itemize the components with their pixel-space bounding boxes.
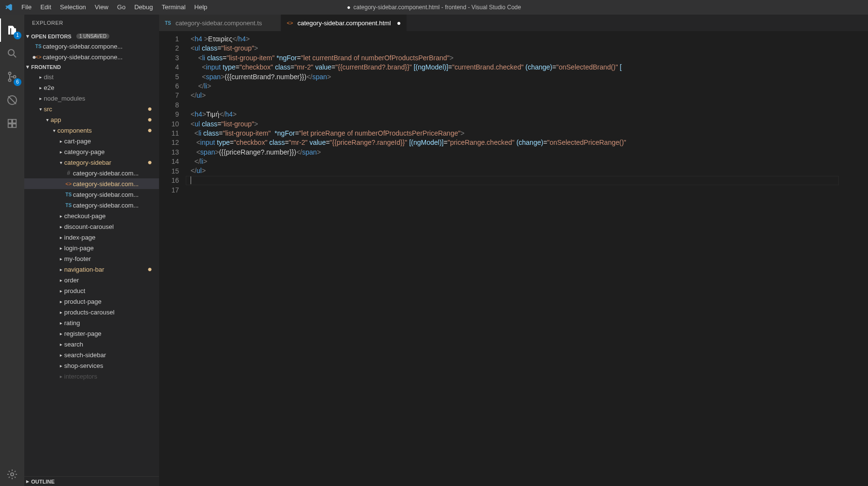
gear-icon <box>6 469 18 480</box>
code-line[interactable]: </ul> <box>191 166 839 175</box>
code-editor[interactable]: <h4 >Εταιρίες</h4><ul class="list-group"… <box>186 32 839 486</box>
svg-point-3 <box>14 76 16 78</box>
folder-item[interactable]: ▸order <box>24 275 159 285</box>
debug-icon <box>6 94 18 106</box>
folder-item[interactable]: ▸login-page <box>24 243 159 253</box>
chevron-right-icon: ▸ <box>57 331 64 336</box>
dirty-dot-icon: ● <box>397 19 401 27</box>
vscode-icon <box>4 3 13 12</box>
code-line[interactable] <box>191 185 839 194</box>
code-line[interactable]: </ul> <box>191 91 839 100</box>
chevron-right-icon: ▸ <box>57 352 64 358</box>
file-item[interactable]: #category-sidebar.com... <box>24 168 159 178</box>
code-line[interactable]: <input type="checkbox" class="mr-2" valu… <box>191 138 839 147</box>
code-line[interactable]: <span>({{currentBrand?.number}})</span> <box>191 72 839 82</box>
file-item[interactable]: <>category-sidebar.com... <box>24 178 159 189</box>
tree-label: app <box>51 116 61 123</box>
folder-item[interactable]: ▸register-page <box>24 328 159 339</box>
file-icon: <> <box>64 181 73 187</box>
code-line[interactable] <box>191 176 839 185</box>
svg-rect-7 <box>13 124 16 127</box>
modified-dot-icon: ● <box>147 265 156 274</box>
code-line[interactable]: </li> <box>191 157 839 166</box>
tree-label: register-page <box>64 330 102 337</box>
folder-item[interactable]: ▸index-page <box>24 232 159 243</box>
menu-file[interactable]: File <box>17 0 36 15</box>
chevron-right-icon: ▸ <box>57 245 64 251</box>
code-line[interactable]: <li class="list-group-item" *ngFor="let … <box>191 129 839 138</box>
tree-label: shop-services <box>64 362 103 369</box>
svg-point-1 <box>9 72 11 75</box>
tree-label: discount-carousel <box>64 223 114 230</box>
chevron-right-icon: ▸ <box>57 288 64 294</box>
menu-help[interactable]: Help <box>190 0 212 15</box>
folder-item[interactable]: ▸cart-page <box>24 136 159 146</box>
project-header[interactable]: ▾ FRONTEND <box>24 62 159 71</box>
code-line[interactable]: <span>({{priceRange?.number}})</span> <box>191 148 839 157</box>
code-line[interactable]: <h4>Τιμή</h4> <box>191 110 839 119</box>
tab-category-sidebar-component-html[interactable]: <>category-sidebar.component.html● <box>281 15 407 31</box>
menu-go[interactable]: Go <box>113 0 130 15</box>
tab-category-sidebar-component-ts[interactable]: TScategory-sidebar.component.ts <box>159 15 281 31</box>
chevron-down-icon: ▾ <box>44 117 51 122</box>
minimap[interactable] <box>839 32 868 486</box>
sidebar-header: EXPLORER <box>24 15 159 32</box>
dirty-dot-icon: ● <box>24 53 34 61</box>
menu-selection[interactable]: Selection <box>55 0 90 15</box>
open-editors-header[interactable]: ▾ OPEN EDITORS 1 UNSAVED <box>24 32 159 41</box>
activity-explorer[interactable]: 1 <box>0 18 24 42</box>
code-line[interactable]: <li class="list-group-item" *ngFor="let … <box>191 53 839 63</box>
code-line[interactable]: </li> <box>191 82 839 91</box>
folder-item[interactable]: ▸shop-services <box>24 360 159 371</box>
folder-item[interactable]: ▸product-page <box>24 296 159 307</box>
activity-scm[interactable]: 6 <box>0 65 24 88</box>
file-item[interactable]: TScategory-sidebar.com... <box>24 189 159 200</box>
menu-view[interactable]: View <box>90 0 113 15</box>
activity-extensions[interactable] <box>0 112 24 135</box>
activity-debug[interactable] <box>0 88 24 112</box>
menu-debug[interactable]: Debug <box>130 0 157 15</box>
folder-item[interactable]: ▸search-sidebar <box>24 349 159 360</box>
chevron-right-icon: ▸ <box>57 139 64 144</box>
tree-label: products-carousel <box>64 309 114 316</box>
folder-item[interactable]: ▸checkout-page <box>24 210 159 221</box>
activity-settings[interactable] <box>0 463 24 486</box>
activity-search[interactable] <box>0 42 24 65</box>
folder-item[interactable]: ▸interceptors <box>24 371 159 382</box>
modified-dot-icon: ● <box>147 158 156 167</box>
chevron-right-icon: ▸ <box>57 235 64 240</box>
folder-item[interactable]: ▾src● <box>24 104 159 114</box>
app-logo <box>0 3 17 12</box>
folder-item[interactable]: ▸navigation-bar● <box>24 264 159 275</box>
folder-item[interactable]: ▸discount-carousel <box>24 221 159 232</box>
folder-item[interactable]: ▸my-footer <box>24 253 159 264</box>
tree-label: search <box>64 341 83 348</box>
open-editor-item[interactable]: TScategory-sidebar.compone... <box>24 41 159 52</box>
folder-item[interactable]: ▸products-carousel <box>24 307 159 317</box>
code-line[interactable]: <ul class="list-group"> <box>191 120 839 129</box>
folder-item[interactable]: ▾components● <box>24 125 159 136</box>
folder-item[interactable]: ▾app● <box>24 114 159 125</box>
open-editor-item[interactable]: ●<>category-sidebar.compone... <box>24 52 159 62</box>
menu-edit[interactable]: Edit <box>36 0 55 15</box>
code-line[interactable]: <h4 >Εταιρίες</h4> <box>191 35 839 44</box>
folder-item[interactable]: ▸product <box>24 285 159 296</box>
svg-point-0 <box>8 50 14 55</box>
folder-item[interactable]: ▸node_modules <box>24 93 159 104</box>
tree-label: components <box>57 127 92 134</box>
menu-terminal[interactable]: Terminal <box>157 0 190 15</box>
folder-item[interactable]: ▸search <box>24 339 159 349</box>
folder-item[interactable]: ▾category-sidebar● <box>24 157 159 168</box>
file-item[interactable]: TScategory-sidebar.com... <box>24 200 159 210</box>
tree-label: my-footer <box>64 255 91 262</box>
code-line[interactable]: <input type="checkbox" class="mr-2" valu… <box>191 63 839 72</box>
code-line[interactable] <box>191 101 839 110</box>
outline-header[interactable]: ▸ OUTLINE <box>24 476 159 486</box>
folder-item[interactable]: ▸e2e <box>24 82 159 93</box>
folder-item[interactable]: ▸rating <box>24 317 159 328</box>
code-line[interactable]: <ul class="list-group"> <box>191 44 839 53</box>
folder-item[interactable]: ▸category-page <box>24 146 159 157</box>
activity-bar: 1 6 <box>0 15 24 486</box>
folder-item[interactable]: ▸dist <box>24 71 159 82</box>
tab-label: category-sidebar.component.html <box>298 19 391 27</box>
